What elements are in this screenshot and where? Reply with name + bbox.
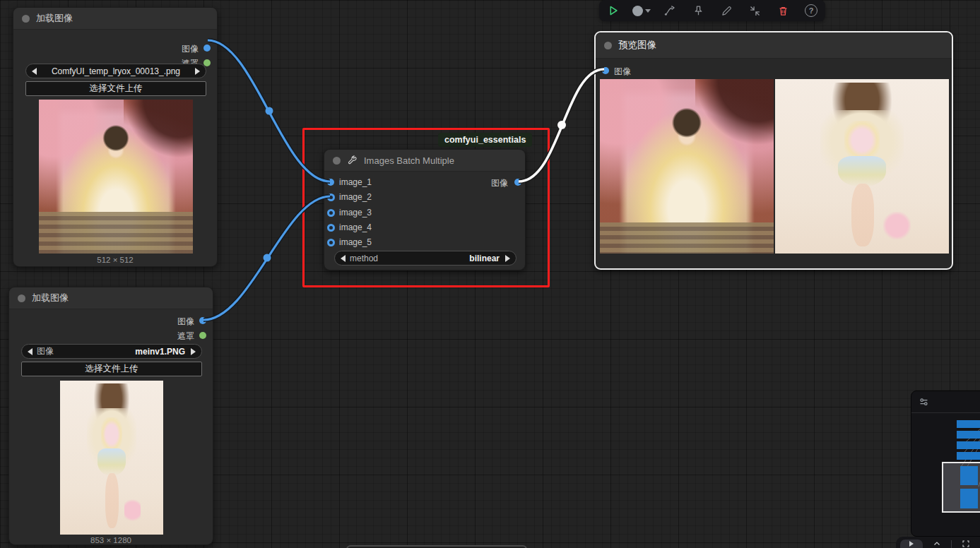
node-title: Images Batch Multiple (364, 155, 454, 166)
node-source-badge: comfyui_essentials (438, 133, 532, 147)
minimap-header (911, 391, 980, 413)
minimap-node (960, 489, 978, 508)
input-slot-image-4[interactable] (327, 224, 335, 232)
minimap-node (957, 452, 980, 460)
combo-value: meinv1.PNG (54, 347, 185, 357)
minimap-node (960, 466, 978, 485)
collapse-button[interactable] (743, 1, 767, 20)
image-layer (851, 184, 874, 246)
node-header[interactable]: 加载图像 (9, 287, 213, 309)
image-layer (39, 212, 193, 254)
wire-midpoint-dot (264, 254, 271, 262)
link-style-button[interactable] (658, 1, 682, 20)
preview-image-left (600, 79, 774, 254)
caret-up-icon (933, 540, 941, 548)
bottom-panel-edge[interactable] (346, 545, 527, 548)
image-size-label: 512 × 512 (13, 256, 217, 264)
preview-image-right (775, 79, 949, 254)
minimap-viewport[interactable] (942, 462, 980, 513)
minimap-node (957, 431, 980, 439)
input-slot-image-1[interactable] (327, 179, 334, 186)
combo-label: method (350, 254, 378, 263)
wrench-icon (347, 155, 358, 166)
wire-midpoint-dot (266, 107, 273, 115)
upload-file-button[interactable]: 选择文件上传 (25, 81, 206, 96)
combo-right-arrow-icon[interactable] (195, 68, 200, 75)
combo-left-arrow-icon[interactable] (32, 68, 37, 75)
fit-brackets-icon (962, 540, 970, 548)
output-label-mask: 遮罩 (177, 330, 194, 342)
image-layer (883, 212, 911, 240)
collapse-dot-icon[interactable] (18, 294, 25, 302)
input-label: image_3 (339, 208, 372, 218)
output-slot-mask[interactable] (203, 59, 211, 66)
image-layer (124, 498, 141, 523)
chevron-down-icon (645, 9, 651, 13)
node-load-image-1[interactable]: 加载图像 图像 遮罩 ComfyUI_temp_lryox_00013_.png… (13, 7, 218, 267)
image-file-combo[interactable]: ComfyUI_temp_lryox_00013_.png (25, 64, 206, 78)
image-layer (98, 448, 126, 476)
help-icon: ? (805, 4, 817, 17)
pin-button[interactable] (686, 1, 710, 20)
node-title: 加载图像 (36, 12, 73, 25)
combo-value: bilinear (378, 254, 500, 263)
input-label: image_1 (339, 177, 372, 187)
play-icon (607, 4, 620, 17)
route-icon (663, 4, 676, 17)
node-images-batch-multiple[interactable]: Images Batch Multiple image_1 image_2 im… (324, 149, 526, 270)
image-layer (101, 417, 122, 451)
input-label: image_2 (339, 192, 372, 202)
input-label: image_5 (339, 237, 372, 247)
input-label: image_4 (339, 222, 372, 232)
output-label-image: 图像 (177, 316, 194, 328)
node-preview-image[interactable]: 预览图像 图像 (594, 31, 953, 270)
input-slot-image-5[interactable] (327, 239, 335, 246)
input-slot-image[interactable] (602, 67, 609, 74)
image-layer (695, 79, 774, 145)
collapse-dot-icon[interactable] (22, 15, 30, 23)
canvas-controls-bar (896, 537, 980, 548)
node-header[interactable]: Images Batch Multiple (324, 150, 525, 172)
pointer-mode-button[interactable] (900, 540, 923, 548)
sliders-icon[interactable] (918, 396, 930, 408)
combo-left-arrow-icon[interactable] (341, 255, 346, 262)
edit-button[interactable] (714, 1, 738, 20)
combo-right-arrow-icon[interactable] (191, 348, 196, 355)
image-file-combo[interactable]: 图像 meinv1.PNG (21, 344, 202, 359)
fit-view-button[interactable] (956, 540, 976, 548)
node-header[interactable]: 预览图像 (596, 32, 952, 59)
graph-toolbar: ? (599, 0, 825, 21)
image-size-label: 853 × 1280 (9, 536, 213, 544)
node-image-preview (39, 100, 193, 254)
upload-file-button[interactable]: 选择文件上传 (21, 362, 202, 376)
input-slot-image-3[interactable] (327, 209, 335, 217)
status-dropdown[interactable] (630, 1, 654, 20)
input-slot-image-2[interactable] (327, 193, 335, 201)
input-label: 图像 (614, 66, 631, 78)
node-load-image-2[interactable]: 加载图像 图像 遮罩 图像 meinv1.PNG 选择文件上传 853 × 12… (8, 287, 213, 545)
delete-button[interactable] (771, 1, 795, 20)
wire-midpoint-dot (557, 121, 566, 129)
run-button[interactable] (601, 1, 625, 20)
combo-left-arrow-icon[interactable] (28, 348, 33, 355)
method-combo[interactable]: method bilinear (334, 251, 516, 266)
output-slot-image[interactable] (203, 44, 211, 52)
minimap-node (957, 441, 980, 449)
help-button[interactable]: ? (799, 1, 823, 20)
output-slot-mask[interactable] (199, 332, 206, 339)
combo-right-arrow-icon[interactable] (505, 255, 510, 262)
divider (951, 540, 952, 548)
combo-label: 图像 (37, 345, 54, 357)
minimap-panel[interactable] (911, 391, 980, 537)
collapse-dot-icon[interactable] (604, 42, 612, 49)
output-slot-image[interactable] (514, 179, 521, 186)
output-label-image: 图像 (491, 177, 508, 189)
output-slot-image[interactable] (199, 317, 206, 324)
node-image-preview (60, 381, 163, 535)
image-layer (124, 100, 193, 158)
cursor-triangle-icon (907, 540, 916, 548)
image-layer (838, 156, 887, 187)
collapse-dot-icon[interactable] (333, 157, 341, 165)
pan-mode-button[interactable] (927, 540, 947, 548)
node-header[interactable]: 加载图像 (13, 8, 217, 30)
